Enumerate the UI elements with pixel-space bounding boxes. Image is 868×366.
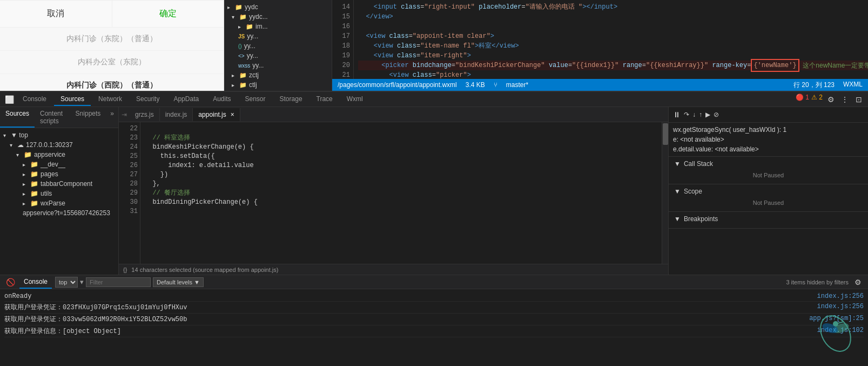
undock-icon[interactable]: ⊡ [853, 94, 865, 105]
sources-tabs: Sources Content scripts Snippets » [0, 107, 118, 128]
step-out-button[interactable]: ↑ [699, 111, 702, 118]
sources-tab-more[interactable]: » [106, 107, 118, 128]
tab-network[interactable]: Network [92, 93, 129, 106]
sources-sidebar: Sources Content scripts Snippets » ▼ top… [0, 107, 119, 275]
tab-console[interactable]: Console [16, 93, 53, 106]
tab-audits[interactable]: Audits [206, 93, 237, 106]
breakpoints-title[interactable]: ▼ Breakpoints [674, 215, 863, 223]
tree-appservice[interactable]: 📁 appservice [0, 150, 118, 159]
tree-js2[interactable]: () yy... [224, 41, 332, 51]
pause-button[interactable]: ⏸ [673, 110, 681, 119]
tree-pages[interactable]: 📁 pages [0, 169, 118, 179]
tree-wxparse[interactable]: 📁 wxParse [0, 198, 118, 208]
tab-security[interactable]: Security [130, 93, 166, 106]
cancel-button[interactable]: 取消 [0, 1, 112, 27]
watch-line1: wx.getStorageSync( user_hasWXId ): 1 [673, 125, 864, 135]
scrollbar[interactable] [662, 122, 668, 264]
step-over-button[interactable]: ↷ [684, 111, 689, 118]
console-src-3[interactable]: index.js:102 [817, 327, 864, 334]
code-line-20: <picker bindchange="bindKeshiPickerChang… [358, 61, 868, 70]
sources-tab-content[interactable]: Content scripts [35, 107, 70, 128]
tree-label: appservice [34, 151, 65, 158]
resume-button[interactable]: ▶ [705, 111, 710, 118]
sc-code-content: // 科室选择 bindKeshiPickerChange(e) { this.… [140, 122, 662, 264]
tree-wxss[interactable]: wxss yy... [224, 61, 332, 70]
sources-tab-sources[interactable]: Sources [0, 107, 35, 128]
console-src-1[interactable]: index.js:256 [817, 303, 864, 310]
tree-label: appservice?t=1556807426253 [23, 209, 110, 217]
tab-appoint[interactable]: appoint.js × [193, 108, 240, 121]
devtools-right: ⏸ ↷ ↓ ↑ ▶ ⊘ wx.getStorageSync( user_hasW… [668, 107, 868, 275]
console-src-2[interactable]: app.js?[sm]:25 [809, 315, 864, 322]
console-msg-0: onReady [4, 292, 813, 300]
scope-arrow: ▼ [674, 188, 681, 195]
inspector-icon[interactable]: ⬜ [3, 94, 15, 105]
warn-count: ⚠ 2 [811, 94, 823, 105]
confirm-button[interactable]: 确定 [112, 1, 224, 27]
devtools-body: Sources Content scripts Snippets » ▼ top… [0, 107, 868, 275]
tab-wxml[interactable]: Wxml [340, 93, 369, 106]
tab-index[interactable]: index.js [160, 108, 193, 121]
editor-area: 姓名 请输入你的姓名 电话 请输入你的电话 科室 内科门诊（西院）（普通） › … [0, 0, 868, 91]
picker-item-2[interactable]: 内科门诊（西院）（普通） [0, 74, 224, 91]
picker-list: 内科门诊（东院）（普通） 内科办公室（东院） 内科门诊（西院）（普通） 内科综合… [0, 27, 224, 91]
code-lines: <input class="right-input" placeholder="… [354, 0, 868, 79]
tab-sources[interactable]: Sources [54, 93, 91, 106]
watch-line2: e: <not available> [673, 135, 864, 144]
tree-wxml[interactable]: <> yy... [224, 51, 332, 61]
console-context[interactable]: top [55, 277, 78, 288]
picker-item-1[interactable]: 内科办公室（东院） [0, 51, 224, 74]
tab-close[interactable]: × [231, 111, 234, 118]
tree-top[interactable]: ▼ top [0, 130, 118, 140]
scrollbar-thumb[interactable] [663, 123, 668, 145]
tree-zctj[interactable]: 📁 zctj [224, 70, 332, 80]
folder-icon: 📁 [24, 151, 32, 158]
tab-appdata[interactable]: AppData [167, 93, 205, 106]
callstack-title[interactable]: ▼ Call Stack [674, 160, 863, 168]
more-icon[interactable]: ⋮ [839, 94, 851, 105]
tree-arrow [232, 72, 237, 78]
tree-label: pages [41, 170, 58, 178]
expand-icon[interactable]: ⇥ [119, 111, 130, 118]
folder-icon: 📁 [239, 72, 247, 79]
console-src-0[interactable]: index.js:256 [817, 292, 864, 300]
deactivate-button[interactable]: ⊘ [714, 111, 719, 118]
wxml-icon: <> [238, 53, 245, 59]
settings-icon[interactable]: ⚙ [825, 94, 837, 105]
console-body: onReady index.js:256 获取用户登录凭证：023fHXuj07… [0, 289, 868, 366]
tree-dev[interactable]: 📁 __dev__ [0, 159, 118, 169]
tree-utils[interactable]: 📁 utils [0, 189, 118, 198]
tree-im[interactable]: 📁 im... [224, 22, 332, 31]
console-settings-icon[interactable]: ⚙ [852, 276, 864, 288]
tab-sensor[interactable]: Sensor [239, 93, 272, 106]
folder-icon: 📁 [30, 199, 38, 207]
devtools-toolbar: ⬜ Console Sources Network Security AppDa… [0, 92, 868, 107]
tree-yydc2[interactable]: 📁 yydc... [224, 12, 332, 22]
tree-server[interactable]: ☁ 127.0.0.1:30237 [0, 140, 118, 150]
callstack-arrow: ▼ [674, 160, 681, 168]
sources-tab-snippets[interactable]: Snippets [70, 107, 106, 128]
folder-icon: 📁 [30, 170, 38, 178]
tree-yydc[interactable]: 📁 yydc [224, 2, 332, 12]
filter-arrow: ▾ [80, 278, 84, 286]
tab-storage[interactable]: Storage [273, 93, 309, 106]
tree-js1[interactable]: JS yy... [224, 31, 332, 41]
console-tab[interactable]: Console [19, 276, 52, 289]
tree-tabbar[interactable]: 📁 tabbarComponent [0, 179, 118, 189]
tab-trace[interactable]: Trace [310, 93, 339, 106]
step-into-button[interactable]: ↓ [692, 111, 696, 118]
error-count: 🔴 1 [796, 94, 809, 105]
scope-title[interactable]: ▼ Scope [674, 188, 863, 195]
picker-item-0[interactable]: 内科门诊（东院）（普通） [0, 28, 224, 51]
tab-grzs[interactable]: grzs.js [130, 108, 160, 121]
wxss-icon: wxss [238, 63, 250, 69]
code-line-15: </view> [358, 12, 868, 22]
tree-ctlj[interactable]: 📁 ctlj [224, 80, 332, 90]
tree-appservice-file[interactable]: appservice?t=1556807426253 [0, 208, 118, 218]
sc-line-30: bindDiningPickerChange(e) { [145, 198, 657, 207]
level-select[interactable]: Default levels ▼ [153, 277, 204, 287]
filter-input[interactable] [86, 277, 151, 287]
sc-line-28: }, [145, 179, 657, 189]
file-path: /pages/common/srfl/appoint/appoint.wxml [338, 81, 457, 89]
console-clear-icon[interactable]: 🚫 [4, 276, 16, 288]
